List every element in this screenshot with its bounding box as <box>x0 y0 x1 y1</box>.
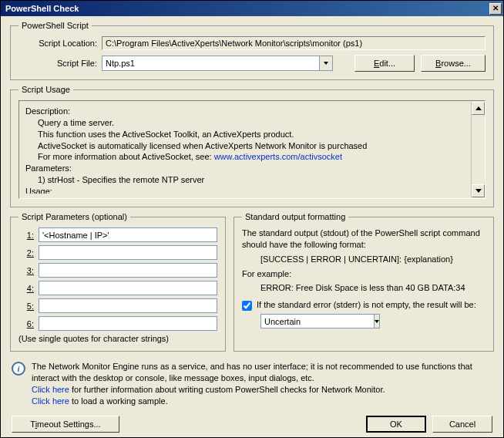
scroll-up-button[interactable] <box>472 102 485 115</box>
browse-button[interactable]: Browse... <box>421 55 486 72</box>
info-icon: i <box>12 362 25 376</box>
usage-line: Parameters: <box>25 163 479 174</box>
param-input-4[interactable] <box>39 281 217 295</box>
param-hint: (Use single quotes for character strings… <box>18 334 217 343</box>
window-title: PowerShell Check <box>5 1 79 16</box>
param-label: 4: <box>18 284 34 293</box>
script-file-input[interactable] <box>102 56 320 71</box>
usage-line: For more information about ActiveSocket,… <box>25 151 479 163</box>
timeout-settings-button[interactable]: Timeout Settings... <box>12 416 119 433</box>
info-link-docs[interactable]: Click here <box>32 385 69 394</box>
param-input-2[interactable] <box>39 245 217 260</box>
info-note: i The Network Monitor Engine runs as a s… <box>10 356 494 409</box>
stderr-label: If the standard error (stderr) is not em… <box>257 300 476 309</box>
stdout-formatting-group: Standard output formatting The standard … <box>234 212 494 352</box>
scroll-down-button[interactable] <box>472 184 485 197</box>
powershell-script-group: PowerShell Script Script Location: C:\Pr… <box>10 21 494 80</box>
stdout-text: For example: <box>242 268 486 280</box>
stdout-text: [SUCCESS | ERROR | UNCERTAIN]: {explanat… <box>260 254 486 265</box>
usage-line: Description: <box>25 106 479 117</box>
arrow-up-icon <box>475 106 482 110</box>
usage-line: This function uses the ActiveSocket Tool… <box>25 129 479 140</box>
chevron-down-icon <box>324 62 328 65</box>
usage-line: Query a time server. <box>25 117 479 129</box>
arrow-down-icon <box>475 189 482 193</box>
info-link-sample[interactable]: Click here <box>32 396 69 406</box>
param-label: 3: <box>18 266 34 275</box>
info-text: to load a working sample. <box>69 396 168 406</box>
stdout-text: ERROR: Free Disk Space is less than 40 G… <box>260 282 486 294</box>
usage-line: Usage: <box>25 186 479 194</box>
ok-button[interactable]: OK <box>366 416 426 433</box>
edit-button[interactable]: Edit... <box>354 55 415 72</box>
activesocket-link[interactable]: www.activexperts.com/activsocket <box>214 152 342 161</box>
stderr-checkbox[interactable] <box>242 301 252 311</box>
stderr-dropdown-button[interactable] <box>375 314 380 328</box>
script-file-combo[interactable] <box>102 56 333 71</box>
param-label: 6: <box>18 319 34 328</box>
group-legend: PowerShell Script <box>18 21 92 30</box>
titlebar: PowerShell Check ✕ <box>1 1 503 16</box>
script-parameters-group: Script Parameters (optional) 1: 2: 3: 4:… <box>10 212 226 352</box>
stdout-text: The standard output (stdout) of the Powe… <box>242 227 486 251</box>
stderr-result-value[interactable] <box>260 314 375 328</box>
script-location-label: Script Location: <box>18 39 97 48</box>
usage-text-area: Description: Query a time server. This f… <box>18 100 486 199</box>
usage-line: 1) strHost - Specifies the remote NTP se… <box>25 174 479 186</box>
chevron-down-icon <box>375 320 379 323</box>
group-legend: Script Parameters (optional) <box>18 212 130 221</box>
usage-scrollbar[interactable] <box>471 102 484 197</box>
param-input-1[interactable] <box>39 227 217 242</box>
param-label: 5: <box>18 302 34 311</box>
param-input-6[interactable] <box>39 316 217 331</box>
group-legend: Script Usage <box>18 85 73 94</box>
dialog-window: PowerShell Check ✕ PowerShell Script Scr… <box>0 0 504 438</box>
script-usage-group: Script Usage Description: Query a time s… <box>10 85 494 207</box>
info-text: The Network Monitor Engine runs as a ser… <box>32 361 492 384</box>
stderr-result-select[interactable] <box>260 314 345 328</box>
param-label: 2: <box>18 248 34 258</box>
script-file-dropdown-button[interactable] <box>320 56 333 71</box>
param-input-3[interactable] <box>39 263 217 278</box>
param-input-5[interactable] <box>39 298 217 313</box>
script-file-label: Script File: <box>18 59 97 68</box>
close-button[interactable]: ✕ <box>489 3 502 15</box>
info-text: for further information about writing cu… <box>69 385 385 394</box>
usage-line: ActiveSocket is automatically licensed w… <box>25 140 479 152</box>
param-label: 1: <box>18 231 34 240</box>
script-location-field: C:\Program Files\ActiveXperts\Network Mo… <box>102 36 486 50</box>
group-legend: Standard output formatting <box>242 212 348 221</box>
cancel-button[interactable]: Cancel <box>432 416 492 433</box>
